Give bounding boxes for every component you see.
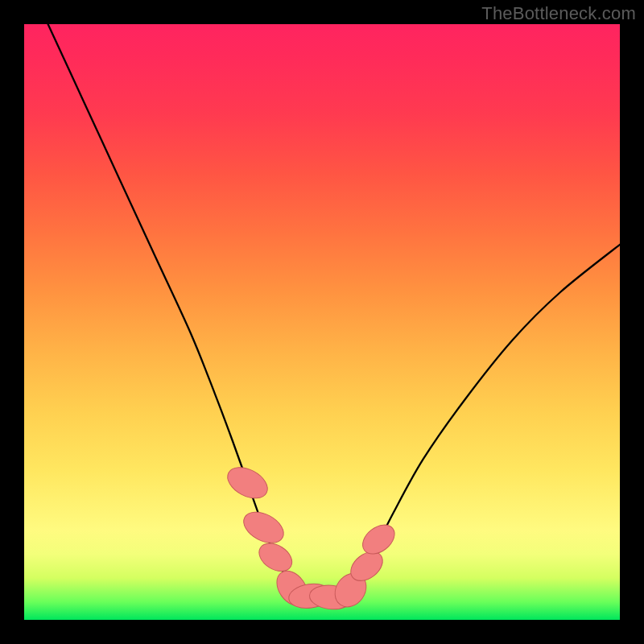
watermark-text: TheBottleneck.com [481, 3, 636, 24]
curve-group [48, 24, 620, 599]
curve-marker [254, 538, 297, 577]
curve-marker [222, 461, 272, 505]
outer-frame: TheBottleneck.com [0, 0, 644, 644]
chart-svg [24, 24, 620, 620]
marker-group [222, 461, 400, 613]
plot-area [24, 24, 620, 620]
bottleneck-curve [48, 24, 620, 599]
curve-marker [238, 506, 288, 549]
